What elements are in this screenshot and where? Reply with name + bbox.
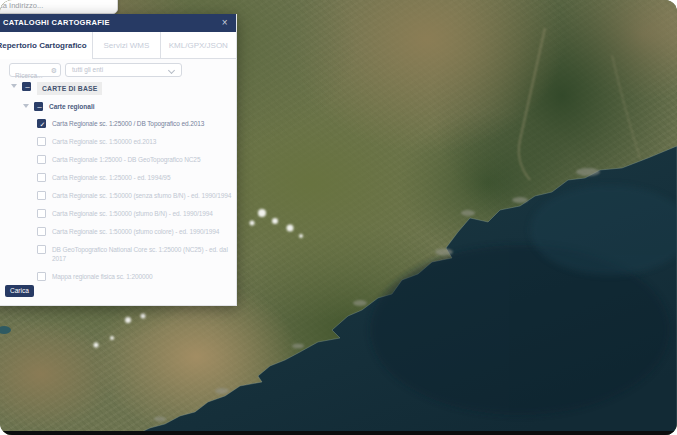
checkbox[interactable] [37,173,46,182]
list-item[interactable]: Carta Regionale sc. 1:25000 - ed. 1994/9… [37,173,236,182]
list-item[interactable]: Carta Regionale sc. 1:50000 (sfumo color… [37,227,236,236]
list-item-label: Carta Regionale sc. 1:25000 - ed. 1994/9… [52,173,170,182]
tree-group-label: Carte regionali [49,102,95,111]
catalog-search-input[interactable] [10,70,48,82]
layer-tree: CARTE DI BASE Carte regionali Carta Regi… [0,82,236,285]
ente-select[interactable]: tutti gli enti [65,63,182,77]
dialog-header[interactable]: CATALOGHI CARTOGRAFIE × [0,14,236,32]
list-item-label: Carta Regionale sc. 1:50000 ed.2013 [52,137,156,146]
gear-icon: ⚙ [51,65,57,77]
checkbox[interactable] [37,137,46,146]
close-icon[interactable]: × [222,14,228,31]
list-item[interactable]: DB GeoTopografico National Core sc. 1:25… [37,245,236,263]
list-item[interactable]: Carta Regionale sc. 1:50000 (senza sfumo… [37,191,236,200]
dialog-title: CATALOGHI CARTOGRAFIE [3,18,110,27]
list-item-label: DB GeoTopografico National Core sc. 1:25… [52,245,234,263]
checkbox[interactable] [37,209,46,218]
checkbox[interactable] [37,191,46,200]
ente-select-value: tutti gli enti [72,66,103,73]
tree-node-carte-regionali[interactable]: Carte regionali [23,102,236,111]
list-item-label: Carta Regionale sc. 1:25000 / DB Topogra… [52,119,204,128]
checkbox[interactable] [37,155,46,164]
load-button[interactable]: Carica [5,285,34,297]
tab-kml-gpx-json[interactable]: KML/GPX/JSON [160,32,236,59]
list-item-label: Mappa regionale fisica sc. 1:200000 [52,272,153,281]
list-item-label: Carta Regionale sc. 1:50000 (sfumo color… [52,227,219,236]
list-item-label: Carta Regionale 1:25000 - DB GeoTopograf… [52,155,200,164]
expander-icon[interactable] [23,104,29,108]
catalog-search-box[interactable]: ⚙ [9,63,61,77]
filter-row: ⚙ tutti gli enti [9,63,182,77]
list-item-label: Carta Regionale sc. 1:50000 (senza sfumo… [52,191,231,200]
checkbox[interactable] [37,227,46,236]
list-item[interactable]: Carta Regionale sc. 1:50000 ed.2013 [37,137,236,146]
chevron-down-icon [168,67,175,74]
list-item[interactable]: Mappa regionale fisica sc. 1:200000 [37,272,236,281]
address-search-box[interactable] [0,0,118,14]
tree-root-label: CARTE DI BASE [37,82,102,95]
list-item[interactable]: Carta Regionale sc. 1:25000 / DB Topogra… [37,119,236,128]
checkbox[interactable] [22,82,31,91]
lake [0,326,11,334]
dialog-tabs: Repertorio Cartografico Servizi WMS KML/… [0,32,236,59]
checkbox[interactable] [37,272,46,281]
tab-servizi-wms[interactable]: Servizi WMS [92,32,159,59]
list-item-label: Carta Regionale sc. 1:50000 (sfumo B/N) … [52,209,213,218]
river-valley [519,28,545,180]
expander-icon[interactable] [11,84,17,88]
window-bottom-edge [0,431,677,435]
catalog-dialog: CATALOGHI CARTOGRAFIE × Repertorio Carto… [0,14,237,306]
address-search-input[interactable] [0,1,107,10]
checkbox[interactable] [37,245,46,254]
checkbox[interactable] [37,119,46,128]
tree-node-carte-di-base[interactable]: CARTE DI BASE [11,82,236,95]
app-window: CATALOGHI CARTOGRAFIE × Repertorio Carto… [0,0,677,435]
tab-repertorio-cartografico[interactable]: Repertorio Cartografico [0,32,92,59]
checkbox[interactable] [34,102,43,111]
list-item[interactable]: Carta Regionale 1:25000 - DB GeoTopograf… [37,155,236,164]
list-item[interactable]: Carta Regionale sc. 1:50000 (sfumo B/N) … [37,209,236,218]
